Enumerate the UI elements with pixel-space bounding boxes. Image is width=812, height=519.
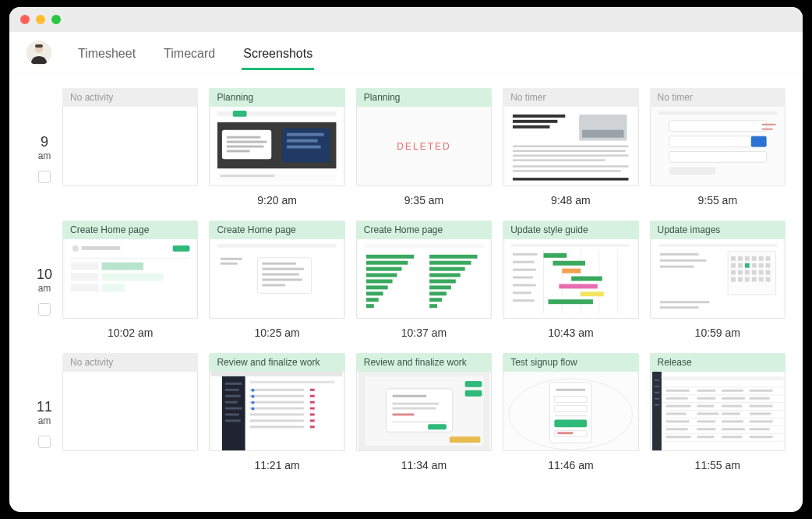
svg-rect-130 xyxy=(758,277,763,282)
svg-rect-154 xyxy=(310,395,315,397)
screenshot-thumb[interactable] xyxy=(209,239,344,319)
timestamp: 11:46 am xyxy=(503,451,638,471)
svg-rect-105 xyxy=(660,260,706,262)
svg-rect-217 xyxy=(749,412,771,415)
svg-rect-72 xyxy=(429,255,477,259)
svg-rect-59 xyxy=(221,258,242,260)
hour-number: 10 xyxy=(37,267,52,281)
fullscreen-icon[interactable] xyxy=(51,15,61,24)
svg-rect-122 xyxy=(744,270,749,275)
hour-checkbox[interactable] xyxy=(38,303,51,316)
svg-rect-30 xyxy=(513,178,629,180)
svg-rect-80 xyxy=(429,304,437,308)
svg-rect-225 xyxy=(749,428,769,430)
screenshot-thumb[interactable] xyxy=(650,239,786,319)
svg-rect-39 xyxy=(761,129,772,130)
task-label: Review and finalize work xyxy=(209,353,344,372)
svg-rect-138 xyxy=(225,383,242,385)
task-label: Create Home page xyxy=(209,221,344,239)
timestamp: 9:48 am xyxy=(503,186,638,207)
svg-rect-153 xyxy=(310,389,315,391)
screenshot-thumb[interactable] xyxy=(356,239,492,319)
svg-rect-23 xyxy=(582,130,623,138)
screenshot-thumb[interactable] xyxy=(62,107,198,186)
svg-rect-131 xyxy=(765,277,770,282)
screenshot-card: No activity xyxy=(62,353,198,471)
avatar[interactable] xyxy=(26,41,51,65)
svg-rect-108 xyxy=(731,256,736,261)
svg-rect-29 xyxy=(513,170,621,171)
svg-rect-95 xyxy=(513,253,538,256)
svg-rect-42 xyxy=(82,246,121,250)
svg-rect-207 xyxy=(697,397,715,400)
svg-rect-151 xyxy=(250,419,304,422)
svg-rect-110 xyxy=(744,256,749,261)
screenshot-thumb[interactable] xyxy=(503,239,638,319)
svg-rect-129 xyxy=(751,277,756,282)
svg-rect-121 xyxy=(738,270,743,275)
timestamp: 10:59 am xyxy=(650,319,786,339)
screenshot-thumb[interactable] xyxy=(650,107,786,186)
screenshot-card: Update style guide 10:43 am xyxy=(503,221,638,339)
screenshot-thumb[interactable] xyxy=(209,107,344,186)
svg-rect-38 xyxy=(761,124,775,125)
tab-timecard[interactable]: Timecard xyxy=(162,36,217,70)
svg-rect-172 xyxy=(392,408,435,410)
timestamp: 10:43 am xyxy=(503,319,638,339)
svg-rect-52 xyxy=(217,244,336,248)
svg-rect-143 xyxy=(225,413,239,415)
svg-rect-166 xyxy=(464,381,482,387)
svg-rect-27 xyxy=(513,159,605,161)
hour-checkbox[interactable] xyxy=(38,436,51,448)
svg-rect-124 xyxy=(758,270,763,275)
svg-point-162 xyxy=(252,401,255,404)
screenshot-thumb[interactable] xyxy=(650,372,786,451)
timestamp xyxy=(62,451,198,459)
screenshot-card: PlanningDELETED9:35 am xyxy=(356,88,492,207)
svg-rect-148 xyxy=(250,401,304,404)
task-label: Planning xyxy=(209,88,344,107)
svg-rect-127 xyxy=(738,277,743,282)
hour-ampm: am xyxy=(38,150,51,161)
screenshot-thumb[interactable] xyxy=(209,372,344,451)
svg-rect-187 xyxy=(652,372,662,450)
timestamp: 9:35 am xyxy=(356,186,492,207)
window-titlebar xyxy=(9,7,803,32)
screenshot-thumb[interactable] xyxy=(62,372,198,451)
minimize-icon[interactable] xyxy=(36,15,45,24)
tab-timesheet[interactable]: Timesheet xyxy=(76,36,137,70)
hour-checkbox[interactable] xyxy=(38,171,51,183)
svg-rect-64 xyxy=(366,261,408,265)
svg-rect-112 xyxy=(758,256,763,261)
svg-point-41 xyxy=(72,245,79,252)
screenshot-thumb[interactable] xyxy=(356,372,492,451)
task-label: Review and finalize work xyxy=(356,353,492,372)
svg-rect-77 xyxy=(429,285,451,289)
svg-rect-96 xyxy=(513,261,535,263)
svg-rect-171 xyxy=(392,403,438,405)
close-icon[interactable] xyxy=(20,15,30,24)
timestamp: 11:21 am xyxy=(209,451,344,471)
svg-rect-190 xyxy=(655,392,659,394)
cards-container: No activityReview and finalize work 11:2… xyxy=(62,353,786,471)
timestamp: 10:02 am xyxy=(62,319,198,339)
screenshot-thumb[interactable] xyxy=(62,239,198,319)
screenshot-thumb[interactable] xyxy=(503,372,638,451)
svg-rect-109 xyxy=(738,256,743,261)
screenshot-card: Release 11:55 am xyxy=(650,353,786,471)
svg-rect-142 xyxy=(225,408,242,410)
svg-rect-170 xyxy=(392,395,426,397)
svg-rect-70 xyxy=(366,298,379,302)
svg-rect-73 xyxy=(429,261,471,265)
svg-rect-183 xyxy=(555,419,588,427)
svg-rect-71 xyxy=(366,304,374,308)
svg-rect-206 xyxy=(665,397,687,400)
svg-point-163 xyxy=(252,408,255,411)
screenshot-thumb[interactable] xyxy=(503,107,638,186)
svg-rect-155 xyxy=(310,401,315,404)
svg-rect-223 xyxy=(697,428,715,430)
svg-rect-14 xyxy=(227,146,264,148)
tab-screenshots[interactable]: Screenshots xyxy=(242,36,314,70)
screenshot-card: Test signup flow 11:46 am xyxy=(503,353,638,471)
screenshot-thumb-deleted[interactable]: DELETED xyxy=(356,107,492,186)
